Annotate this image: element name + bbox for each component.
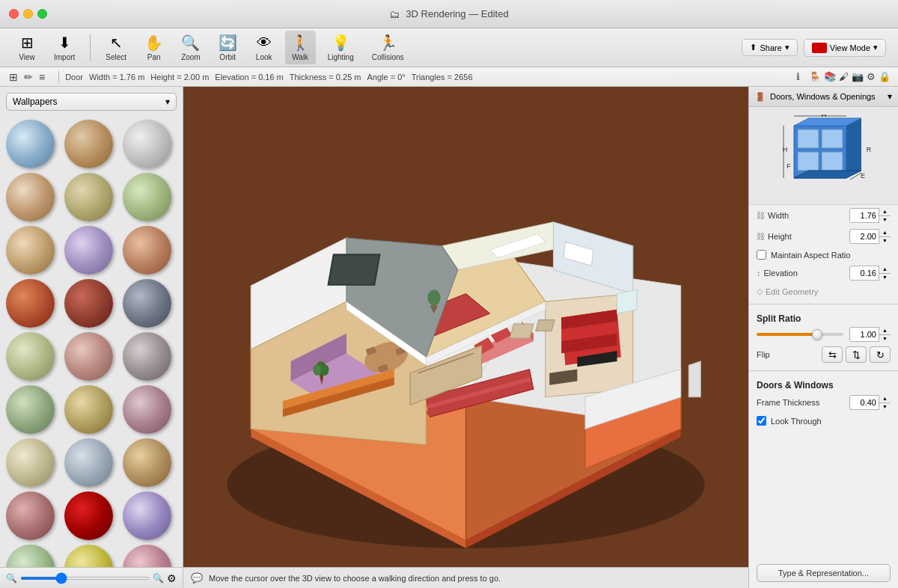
rp-tab-security[interactable]: 🔒 [879, 71, 891, 82]
wallpapers-dropdown[interactable]: Wallpapers ▾ [6, 93, 177, 111]
split-ratio-track[interactable] [757, 333, 843, 336]
pan-button[interactable]: ✋ Pan [138, 31, 169, 64]
material-ball[interactable] [64, 491, 113, 540]
orbit-icon: 🔄 [219, 34, 237, 52]
sidebar-bottom: 🔍 🔍 ⚙ [0, 567, 183, 588]
split-ratio-down[interactable]: ▼ [879, 335, 891, 343]
flip-rotate-button[interactable]: ↻ [870, 346, 891, 363]
left-sidebar: Wallpapers ▾ 🔍 🔍 ⚙ [0, 87, 183, 588]
maximize-button[interactable] [37, 9, 47, 19]
height-chain-icon[interactable]: ⛓ [757, 232, 765, 241]
type-representation-button[interactable]: Type & Representation... [757, 564, 891, 582]
zoom-button[interactable]: 🔍 Zoom [175, 31, 207, 64]
material-ball[interactable] [6, 332, 55, 381]
rp-tab-furniture[interactable]: 🪑 [809, 71, 821, 82]
frame-thickness-down[interactable]: ▼ [879, 403, 891, 411]
view-button[interactable]: ⊞ View [12, 31, 42, 64]
info-sep [58, 71, 59, 83]
look-label: Look [256, 53, 272, 61]
frame-thickness-up[interactable]: ▲ [879, 395, 891, 403]
material-ball[interactable] [64, 545, 113, 567]
panel-header-arrow[interactable]: ▾ [888, 91, 892, 102]
chain-icon[interactable]: ⛓ [757, 211, 765, 220]
orbit-button[interactable]: 🔄 Orbit [213, 31, 243, 64]
material-ball[interactable] [123, 279, 171, 328]
info-icon-right[interactable]: ℹ [796, 71, 800, 82]
material-ball[interactable] [64, 120, 113, 168]
material-ball[interactable] [123, 545, 171, 567]
width-down[interactable]: ▼ [879, 216, 891, 224]
material-ball[interactable] [6, 438, 55, 487]
material-ball[interactable] [123, 385, 171, 434]
material-ball[interactable] [123, 120, 171, 168]
view-mode-button[interactable]: View Mode ▾ [804, 39, 886, 57]
flip-horizontal-button[interactable]: ⇆ [822, 346, 843, 363]
flip-vertical-button[interactable]: ⇅ [846, 346, 867, 363]
material-ball[interactable] [64, 385, 113, 434]
status-message: Move the cursor over the 3D view to choo… [209, 574, 501, 583]
collisions-button[interactable]: 🏃 Collisions [366, 31, 410, 64]
width-up[interactable]: ▲ [879, 208, 891, 216]
select-button[interactable]: ↖ Select [100, 31, 132, 64]
edit-icon[interactable]: ✏ [22, 70, 34, 85]
material-ball[interactable] [6, 120, 55, 168]
rp-tab-settings[interactable]: ⚙ [867, 71, 876, 82]
edit-geometry-label[interactable]: Edit Geometry [766, 287, 891, 296]
sidebar-settings-icon[interactable]: ⚙ [167, 572, 177, 584]
height-down[interactable]: ▼ [879, 237, 891, 245]
material-ball[interactable] [64, 438, 113, 487]
close-button[interactable] [9, 9, 19, 19]
rp-tab-camera[interactable]: 📷 [852, 71, 864, 82]
edit-geometry-row: ◇ Edit Geometry [749, 284, 898, 299]
traffic-lights[interactable] [9, 9, 47, 19]
zoom-minus-icon[interactable]: 🔍 [6, 573, 17, 584]
zoom-plus-icon[interactable]: 🔍 [153, 573, 164, 584]
material-ball[interactable] [6, 491, 55, 540]
material-ball[interactable] [123, 332, 171, 381]
pan-label: Pan [147, 53, 161, 61]
material-ball[interactable] [64, 279, 113, 328]
import-button[interactable]: ⬇ Import [48, 31, 81, 64]
floor-plan-icon[interactable]: ⊞ [7, 70, 19, 85]
status-info-icon: 💬 [191, 572, 203, 584]
material-ball[interactable] [64, 173, 113, 221]
split-ratio-thumb[interactable] [812, 329, 822, 340]
material-ball[interactable] [123, 173, 171, 221]
material-ball[interactable] [123, 491, 171, 540]
view-3d[interactable]: 💬 Move the cursor over the 3D view to ch… [183, 87, 748, 588]
lighting-button[interactable]: 💡 Lighting [322, 31, 360, 64]
material-ball[interactable] [6, 279, 55, 328]
minimize-button[interactable] [23, 9, 33, 19]
height-up[interactable]: ▲ [879, 229, 891, 237]
lighting-icon: 💡 [332, 34, 350, 52]
doors-windows-section: Doors & Windows [749, 376, 898, 392]
aspect-ratio-row: Maintain Aspect Ratio [749, 247, 898, 263]
width-stepper: ▲ ▼ [879, 208, 891, 223]
material-ball[interactable] [64, 332, 113, 381]
material-ball[interactable] [123, 438, 171, 487]
zoom-slider[interactable] [20, 577, 150, 580]
material-ball[interactable] [6, 226, 55, 275]
material-ball[interactable] [6, 545, 55, 567]
rp-tab-paint[interactable]: 🖌 [839, 71, 849, 82]
walk-button[interactable]: 🚶 Walk [285, 31, 316, 64]
material-ball[interactable] [64, 226, 113, 275]
material-ball[interactable] [123, 226, 171, 275]
rp-tab-library[interactable]: 📚 [824, 71, 836, 82]
share-button[interactable]: ⬆ Share ▾ [742, 39, 797, 56]
look-button[interactable]: 👁 Look [249, 31, 279, 64]
elevation-row: ↕ Elevation ▲ ▼ [749, 263, 898, 284]
select-label: Select [106, 53, 126, 61]
material-ball[interactable] [6, 173, 55, 221]
look-through-checkbox[interactable] [757, 416, 766, 426]
split-ratio-up[interactable]: ▲ [879, 327, 891, 335]
material-ball[interactable] [6, 385, 55, 434]
svg-rect-51 [536, 320, 555, 331]
elevation-down[interactable]: ▼ [879, 274, 891, 281]
list-icon[interactable]: ≡ [37, 70, 46, 85]
height-input-wrapper: ▲ ▼ [849, 229, 891, 244]
svg-text:W: W [820, 114, 827, 118]
elevation-up[interactable]: ▲ [879, 266, 891, 274]
aspect-ratio-checkbox[interactable] [757, 250, 766, 260]
info-bar-icons: ⊞ ✏ ≡ [7, 70, 46, 85]
